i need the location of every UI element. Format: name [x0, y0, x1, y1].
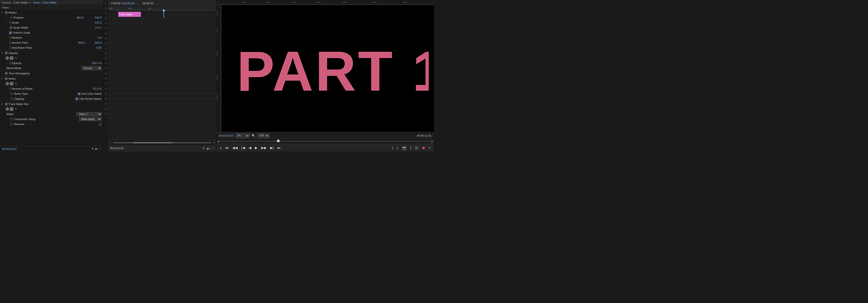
undo-btn-8[interactable]: ↩ — [104, 41, 108, 46]
reverse-checkbox[interactable] — [99, 123, 102, 126]
undo-btn-17[interactable]: ↩ — [104, 86, 108, 91]
undo-btn-1[interactable]: ↩ — [104, 5, 108, 10]
opacity-pen-tool[interactable]: ✎ — [14, 56, 18, 60]
undo-btn-15[interactable]: ↩ — [104, 76, 108, 81]
undo-btn-4[interactable]: ↩ — [104, 21, 108, 26]
reverse-reset-icon[interactable]: ⟳ — [10, 123, 13, 126]
undo-btn-20[interactable]: ↩ — [104, 101, 108, 106]
opacity-rect-tool[interactable] — [10, 56, 13, 60]
transport-step-back-icon[interactable]: ◀◀ — [231, 146, 239, 150]
transport-add-icon[interactable]: + — [428, 146, 432, 150]
scale-width-value[interactable]: 100.0 — [87, 26, 102, 29]
anchor-point-reset-icon[interactable]: ⟳ — [9, 41, 12, 44]
position-y-value[interactable]: 540.0 — [87, 16, 102, 19]
preview-canvas-area[interactable]: PART 1 PART 1 PART 1 PART 1 — [221, 5, 434, 132]
rotation-reset-icon[interactable]: ⟳ — [9, 36, 12, 39]
scrubber-end[interactable] — [431, 140, 433, 142]
scale-reset-icon[interactable]: ⟳ — [9, 21, 12, 24]
transport-play-back-icon[interactable]: ◀ — [248, 146, 252, 150]
undo-btn-13[interactable]: ↩ — [104, 66, 108, 71]
undo-btn-12[interactable]: ↩ — [104, 61, 108, 66]
transport-record-icon[interactable]: ⏺ — [421, 146, 426, 150]
transport-go-end-icon[interactable]: ▶| — [270, 146, 275, 150]
opacity-reset-icon[interactable]: ⟳ — [9, 62, 12, 65]
scrubber-start[interactable] — [217, 140, 219, 142]
matte-select[interactable]: Video 2 — [76, 112, 102, 116]
noise-rect-tool[interactable] — [10, 82, 13, 86]
track-matte-key-header[interactable]: ▾ Track Matte Key — [0, 101, 103, 106]
time-ruler[interactable]: 0:00 5:00 10: — [108, 6, 216, 10]
undo-btn-22[interactable]: ↩ — [104, 111, 108, 116]
transport-next-edit-icon[interactable]: ⏭ — [277, 146, 282, 150]
tl-export-icon[interactable]: ⤴ — [212, 147, 214, 150]
source-arrow-icon[interactable]: ▼ — [29, 1, 31, 4]
amount-noise-value[interactable]: 92.0 % — [87, 87, 102, 90]
transport-prev-edit-icon[interactable]: ⏮ — [224, 146, 229, 150]
position-x-value[interactable]: 960.0 — [68, 16, 84, 19]
timeline-scroll-left-icon[interactable]: ‹ — [109, 1, 110, 5]
track-matte-pen-tool[interactable]: ✎ — [14, 107, 18, 111]
timeline-scroll-right-dot[interactable] — [213, 142, 215, 144]
export-icon[interactable]: ⤴ — [100, 147, 101, 150]
undo-btn-2[interactable]: ↩ — [104, 10, 108, 15]
fit-select[interactable]: Fit 25% 50% 100% — [236, 133, 250, 138]
undo-btn-6[interactable]: ↩ — [104, 31, 108, 36]
noise-circle-tool[interactable] — [5, 82, 9, 86]
transport-insert-icon[interactable]: ⤵ — [391, 146, 394, 150]
opacity-circle-tool[interactable] — [5, 56, 9, 60]
undo-btn-5[interactable]: ↩ — [104, 26, 108, 31]
transport-step-fwd-icon[interactable]: ▶▶ — [260, 146, 268, 150]
undo-btn-9[interactable]: ↩ — [104, 46, 108, 51]
amount-noise-reset-icon[interactable]: ⟳ — [9, 87, 12, 90]
track-matte-circle-tool[interactable] — [5, 107, 9, 111]
undo-btn-10[interactable]: ↩ — [104, 51, 108, 56]
composite-using-select[interactable]: Matte Alpha — [79, 117, 102, 121]
uniform-scale-checkbox[interactable]: ✓ — [9, 31, 12, 34]
tl-step-fwd-icon[interactable]: ▶| — [207, 147, 211, 150]
transport-play-icon[interactable]: ▶ — [254, 146, 258, 150]
transport-marker-icon[interactable]: ⬥ — [219, 146, 222, 150]
blend-mode-select[interactable]: Normal — [82, 66, 102, 70]
undo-btn-0[interactable]: ↩ — [104, 0, 108, 5]
source-name[interactable]: Color Matte — [13, 1, 28, 4]
transport-export-frame-icon[interactable]: ⤴ — [409, 146, 412, 150]
undo-btn-19[interactable]: ↩ — [104, 96, 108, 101]
undo-btn-16[interactable]: ↩ — [104, 81, 108, 86]
timeline-scroll-left-dot[interactable] — [109, 142, 111, 144]
undo-btn-21[interactable]: ↩ — [104, 106, 108, 111]
timeline-scrollbar-thumb[interactable] — [132, 142, 172, 143]
time-remapping-header[interactable]: › Time Remapping — [0, 71, 103, 76]
color-matte-clip[interactable]: Color Matte — [118, 12, 141, 17]
noise-pen-tool[interactable]: ✎ — [14, 82, 18, 86]
opacity-value[interactable]: 100.0 % — [87, 62, 102, 65]
timeline-scrollbar-track[interactable] — [113, 142, 212, 143]
noise-type-reset-icon[interactable]: ⟳ — [10, 92, 13, 95]
scale-width-reset-icon[interactable] — [9, 26, 12, 29]
magnifier-icon[interactable]: 🔍 — [252, 134, 255, 137]
position-reset-icon[interactable]: ⟳ — [10, 16, 13, 19]
anchor-y-value[interactable]: 540.0 — [87, 41, 102, 44]
motion-section-header[interactable]: ▾ Motion — [0, 10, 103, 15]
scrubber-bar[interactable] — [216, 139, 434, 143]
tl-filter-icon[interactable]: ⚗ — [202, 147, 206, 150]
composite-reset-icon[interactable]: ⟳ — [10, 117, 13, 121]
clip-result-checkbox[interactable]: ✓ — [75, 98, 78, 100]
opacity-section-header[interactable]: ▾ Opacity — [0, 50, 103, 56]
filter-icon[interactable]: ⚗ — [91, 147, 94, 150]
transport-camera-icon[interactable]: 📷 — [401, 146, 407, 150]
noise-section-header[interactable]: ▾ Noise — [0, 76, 103, 81]
full-quality-select[interactable]: Full 1/2 1/4 — [257, 133, 269, 138]
transport-compare-icon[interactable]: ⊡ — [414, 146, 419, 150]
anti-flicker-reset-icon[interactable]: ⟳ — [9, 46, 12, 49]
track-matte-rect-tool[interactable] — [10, 107, 13, 111]
anti-flicker-value[interactable]: 0.00 — [87, 46, 102, 49]
transport-go-start-icon[interactable]: |◀ — [241, 146, 246, 150]
undo-btn-14[interactable]: ↩ — [104, 71, 108, 76]
step-fwd-icon[interactable]: ▶| — [95, 147, 98, 150]
scrubber-track[interactable] — [220, 141, 430, 142]
undo-btn-7[interactable]: ↩ — [104, 36, 108, 41]
anchor-x-value[interactable]: 960.0 — [70, 41, 85, 44]
rotation-value[interactable]: 0.0 — [87, 36, 102, 39]
undo-btn-11[interactable]: ↩ — [104, 56, 108, 61]
undo-btn-18[interactable]: ↩ — [104, 91, 108, 96]
